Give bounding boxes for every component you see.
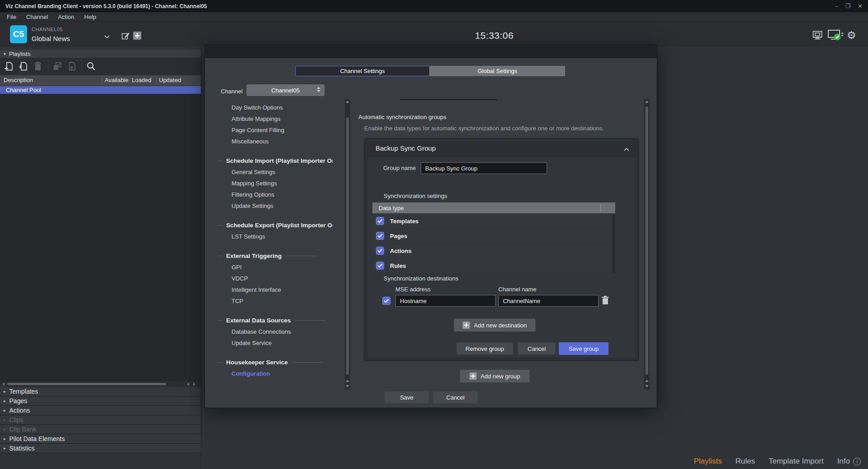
playlists-panel: ▾ Playlists xyxy=(0,47,201,469)
rules-checkbox[interactable] xyxy=(376,262,384,270)
menu-help[interactable]: Help xyxy=(79,14,102,20)
nav-mapping-settings[interactable]: Mapping Settings xyxy=(217,178,333,189)
content-scrollbar[interactable] xyxy=(644,99,650,389)
nav-page-content-filling[interactable]: Page Content Filling xyxy=(217,124,333,136)
column-updated[interactable]: Updated xyxy=(159,77,181,83)
expand-triangle-icon: ▸ xyxy=(4,446,6,451)
nav-filtering-options[interactable]: Filtering Options xyxy=(217,189,333,200)
playlist-table-header: Description Available Loaded Updated xyxy=(0,75,201,86)
nav-section-schedule-export: Schedule Export (Playlist Importer Only) xyxy=(217,220,333,231)
collapse-triangle-icon: ▾ xyxy=(4,51,6,56)
nav-gpi[interactable]: GPI xyxy=(217,262,333,273)
content-scroll-thumb[interactable] xyxy=(645,106,648,375)
accordion-statistics[interactable]: ▸ Statistics xyxy=(0,444,201,453)
nav-scrollbar[interactable] xyxy=(345,99,350,389)
data-type-column-header[interactable]: Data type xyxy=(372,202,615,213)
actions-checkbox[interactable] xyxy=(376,247,384,255)
mse-address-input[interactable] xyxy=(395,295,496,307)
playlist-row-channel-pool[interactable]: Channel Pool xyxy=(0,86,201,94)
group-cancel-button[interactable]: Cancel xyxy=(518,342,556,355)
nav-lst-settings[interactable]: LST Settings xyxy=(217,231,333,242)
data-type-row-rules: Rules xyxy=(372,259,612,272)
nav-general-settings[interactable]: General Settings xyxy=(217,166,333,178)
tab-channel-settings[interactable]: Channel Settings xyxy=(295,66,430,76)
add-group-button[interactable]: Add new group xyxy=(460,369,530,383)
delete-destination-icon[interactable] xyxy=(601,295,609,307)
nav-configuration[interactable]: Configuration xyxy=(217,368,333,379)
close-button[interactable]: ✕ xyxy=(858,3,863,9)
accordion-pilot-data-elements[interactable]: ▸ Pilot Data Elements xyxy=(0,434,201,444)
channel-name-input[interactable] xyxy=(498,295,599,307)
nav-miscellaneous[interactable]: Miscellaneous xyxy=(217,136,333,147)
nav-vdcp[interactable]: VDCP xyxy=(217,273,333,284)
status-link-rules[interactable]: Rules xyxy=(735,457,755,466)
menu-file[interactable]: File xyxy=(2,14,21,20)
nav-update-service[interactable]: Update Service xyxy=(217,337,333,349)
activate-playlist-icon[interactable] xyxy=(52,61,63,72)
channel-select[interactable]: Channel05 xyxy=(246,84,325,96)
save-group-button[interactable]: Save group xyxy=(559,342,608,355)
scroll-right-arrow-icon[interactable] xyxy=(193,382,195,386)
destination-enabled-checkbox[interactable] xyxy=(382,297,390,305)
scroll-up-arrow-icon[interactable] xyxy=(645,101,649,103)
scroll-down-arrow-icon[interactable] xyxy=(346,385,349,387)
output-settings-icon[interactable] xyxy=(812,30,823,42)
scroll-up-arrow-icon[interactable] xyxy=(346,380,349,382)
nav-intelligent-interface[interactable]: Intelligent Interface xyxy=(217,284,333,295)
status-link-info[interactable]: Info i xyxy=(837,457,861,466)
dialog-cancel-button[interactable]: Cancel xyxy=(433,391,478,404)
channel-badge: C5 xyxy=(10,25,27,43)
nav-scroll-thumb[interactable] xyxy=(346,117,349,375)
accordion-pages[interactable]: ▸ Pages xyxy=(0,396,201,406)
scroll-up-arrow-icon[interactable] xyxy=(346,101,349,103)
add-channel-icon[interactable] xyxy=(133,31,142,42)
nav-day-switch-options[interactable]: Day Switch Options xyxy=(217,102,333,113)
settings-gear-icon[interactable]: ⚙ xyxy=(847,29,856,41)
search-icon[interactable] xyxy=(86,61,97,72)
nav-database-connections[interactable]: Database Connections xyxy=(217,326,333,337)
table-scrollbar-track[interactable] xyxy=(612,214,615,273)
horizontal-scroll-thumb[interactable] xyxy=(7,383,166,385)
mse-address-column-label: MSE address xyxy=(395,286,431,293)
column-loaded[interactable]: Loaded xyxy=(132,77,151,83)
connection-status-icon[interactable] xyxy=(827,29,845,43)
channel-name-column-label: Channel name xyxy=(498,286,537,293)
channel-dropdown-chevron-icon[interactable] xyxy=(104,32,110,41)
edit-channel-icon[interactable] xyxy=(121,31,130,42)
nav-attribute-mappings[interactable]: Attribute Mappings xyxy=(217,113,333,124)
collapse-group-chevron-icon[interactable] xyxy=(623,145,630,153)
menu-action[interactable]: Action xyxy=(53,14,79,20)
nav-tcp[interactable]: TCP xyxy=(217,295,333,307)
expand-triangle-icon: ▸ xyxy=(4,437,6,441)
scroll-up-arrow-icon[interactable] xyxy=(645,380,649,382)
pages-checkbox[interactable] xyxy=(376,232,384,240)
tab-global-settings[interactable]: Global Settings xyxy=(430,66,565,76)
status-link-playlists[interactable]: Playlists xyxy=(694,457,722,466)
nav-update-settings[interactable]: Update Settings xyxy=(217,200,333,212)
remove-group-button[interactable]: Remove group xyxy=(456,342,513,355)
accordion-templates[interactable]: ▸ Templates xyxy=(0,387,201,396)
accordion-actions[interactable]: ▸ Actions xyxy=(0,406,201,415)
dialog-save-button[interactable]: Save xyxy=(384,391,429,404)
open-playlist-icon[interactable] xyxy=(18,61,29,72)
column-available[interactable]: Available xyxy=(105,77,129,83)
column-description[interactable]: Description xyxy=(4,77,33,83)
scroll-left-arrow-icon[interactable] xyxy=(2,382,5,386)
expand-triangle-icon: ▸ xyxy=(4,399,6,403)
menu-channel[interactable]: Channel xyxy=(21,14,53,20)
scroll-left-arrow-icon[interactable] xyxy=(187,382,189,386)
status-link-template-import[interactable]: Template Import xyxy=(769,457,824,466)
minimize-button[interactable]: – xyxy=(835,3,838,9)
new-playlist-icon[interactable] xyxy=(4,61,14,72)
add-destination-button[interactable]: Add new destination xyxy=(454,318,536,332)
scroll-down-arrow-icon[interactable] xyxy=(645,385,649,387)
group-name-input[interactable] xyxy=(421,162,547,174)
title-bar: Viz Channel Branding Client - version 5.… xyxy=(0,0,868,12)
restore-button[interactable]: ❐ xyxy=(845,3,850,9)
export-playlist-icon[interactable] xyxy=(66,61,77,72)
playlist-horizontal-scrollbar[interactable] xyxy=(0,381,201,387)
header-bar: C5 CHANNEL05 Global News 15:33:06 xyxy=(0,22,868,47)
templates-checkbox[interactable] xyxy=(376,217,384,225)
playlists-section-header[interactable]: ▾ Playlists xyxy=(0,50,201,58)
delete-playlist-icon[interactable] xyxy=(32,61,43,72)
